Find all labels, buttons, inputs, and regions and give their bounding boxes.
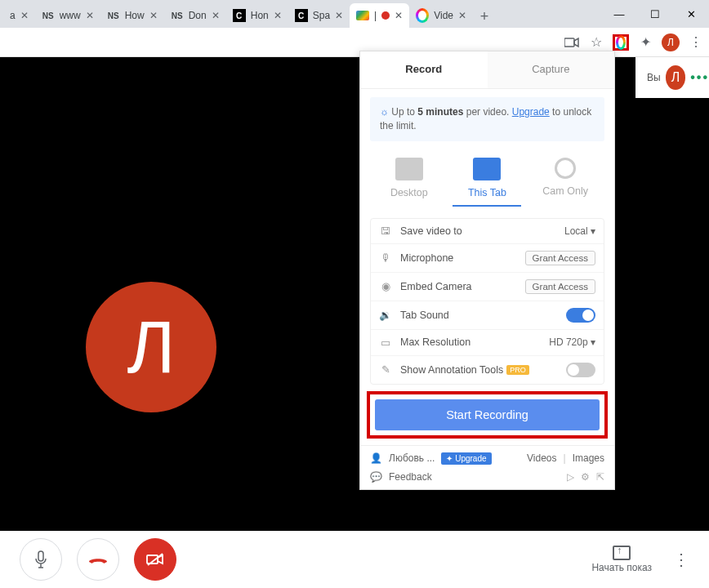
panel-footer: 👤 Любовь ... ✦ Upgrade Videos | Images 💬… bbox=[360, 445, 614, 489]
favicon: NS bbox=[107, 9, 120, 22]
tab-title: Vide bbox=[434, 10, 453, 21]
close-icon[interactable]: ✕ bbox=[395, 10, 403, 21]
recorder-panel: Record Capture ☼ Up to 5 minutes per vid… bbox=[359, 51, 615, 490]
tab-record[interactable]: Record bbox=[360, 51, 488, 88]
user-icon: 👤 bbox=[370, 452, 382, 464]
grant-access-button[interactable]: Grant Access bbox=[525, 279, 595, 294]
mic-toggle-button[interactable] bbox=[20, 538, 62, 581]
present-icon bbox=[613, 546, 631, 560]
banner-text: per video. bbox=[463, 106, 511, 118]
favicon bbox=[416, 9, 429, 22]
favicon: C bbox=[233, 9, 246, 22]
pro-badge: PRO bbox=[506, 365, 529, 375]
setting-label: Embed Camera bbox=[400, 281, 517, 292]
present-button[interactable]: Начать показ bbox=[591, 546, 652, 573]
more-options-button[interactable]: ⋮ bbox=[673, 550, 689, 569]
menu-icon[interactable]: ⋮ bbox=[688, 34, 704, 51]
videos-link[interactable]: Videos bbox=[527, 452, 556, 464]
extension-highlighted-icon[interactable] bbox=[613, 34, 629, 51]
mode-label: Cam Only bbox=[542, 185, 588, 197]
webcam-icon bbox=[555, 158, 576, 179]
tab-sound-toggle[interactable] bbox=[566, 308, 595, 323]
close-icon[interactable]: ✕ bbox=[86, 10, 94, 21]
mode-cam-only[interactable]: Cam Only bbox=[531, 154, 600, 207]
tab-capture[interactable]: Capture bbox=[488, 51, 615, 88]
self-avatar[interactable]: Л bbox=[666, 65, 686, 90]
mode-this-tab[interactable]: This Tab bbox=[453, 154, 521, 207]
bulb-icon: ☼ bbox=[380, 106, 389, 118]
grant-access-button[interactable]: Grant Access bbox=[525, 251, 595, 265]
feedback-link[interactable]: Feedback bbox=[389, 471, 432, 483]
mic-icon: 🎙 bbox=[379, 252, 392, 264]
meet-bottom-bar: Начать показ ⋮ bbox=[0, 531, 709, 588]
images-link[interactable]: Images bbox=[573, 452, 604, 464]
favicon: NS bbox=[42, 9, 55, 22]
profile-avatar[interactable]: Л bbox=[662, 33, 680, 51]
close-window-button[interactable]: ✕ bbox=[673, 0, 709, 28]
annotation-toggle[interactable] bbox=[566, 363, 595, 377]
close-icon[interactable]: ✕ bbox=[335, 10, 343, 21]
more-icon[interactable]: ••• bbox=[690, 70, 709, 85]
tab-title: Hon bbox=[251, 10, 269, 21]
close-icon[interactable]: ✕ bbox=[458, 10, 466, 21]
banner-text: Up to bbox=[391, 106, 417, 118]
record-icon bbox=[381, 11, 390, 20]
limit-banner: ☼ Up to 5 minutes per video. Upgrade to … bbox=[370, 97, 604, 141]
setting-label: Max Resolution bbox=[400, 336, 541, 348]
svg-rect-1 bbox=[38, 551, 43, 561]
browser-tab[interactable]: C Spa ✕ bbox=[288, 3, 350, 28]
video-library-icon[interactable]: ▷ bbox=[567, 471, 574, 483]
mode-label: Desktop bbox=[390, 187, 428, 198]
sound-icon: 🔉 bbox=[379, 309, 392, 321]
tab-title: | bbox=[374, 10, 377, 21]
browser-tab[interactable]: NS www ✕ bbox=[35, 3, 100, 28]
hangup-button[interactable] bbox=[77, 538, 119, 581]
svg-rect-0 bbox=[564, 38, 574, 47]
maximize-button[interactable]: ☐ bbox=[637, 0, 673, 28]
upgrade-badge[interactable]: ✦ Upgrade bbox=[441, 452, 491, 465]
setting-label: Show Annotation ToolsPRO bbox=[400, 364, 558, 376]
save-icon: 🖫 bbox=[379, 225, 392, 237]
close-icon[interactable]: ✕ bbox=[274, 10, 282, 21]
popout-icon[interactable]: ⇱ bbox=[596, 471, 604, 483]
browser-tab[interactable]: C Hon ✕ bbox=[226, 3, 288, 28]
close-icon[interactable]: ✕ bbox=[20, 10, 29, 21]
setting-save-to[interactable]: 🖫 Save video to Local ▾ bbox=[371, 219, 604, 243]
pencil-icon: ✎ bbox=[379, 363, 392, 376]
browser-tab[interactable]: Vide ✕ bbox=[409, 3, 473, 28]
camera-icon: ◉ bbox=[379, 280, 392, 292]
browser-tab[interactable]: NS Don ✕ bbox=[164, 3, 226, 28]
tab-title: www bbox=[60, 10, 81, 21]
browser-tab[interactable]: NS How ✕ bbox=[100, 3, 164, 28]
setting-resolution[interactable]: ▭ Max Resolution HD 720p ▾ bbox=[371, 329, 604, 355]
favicon: NS bbox=[171, 9, 184, 22]
setting-label: Microphone bbox=[400, 252, 517, 264]
self-label: Вы bbox=[647, 72, 661, 83]
browser-tab-active[interactable]: | ✕ bbox=[350, 3, 409, 28]
new-tab-button[interactable]: + bbox=[473, 5, 496, 28]
present-label: Начать показ bbox=[591, 562, 652, 573]
setting-value: HD 720p ▾ bbox=[549, 336, 595, 348]
extensions-icon[interactable]: ✦ bbox=[637, 34, 653, 51]
favicon: C bbox=[295, 9, 308, 22]
start-highlight: Start Recording bbox=[367, 391, 608, 439]
setting-tab-sound: 🔉 Tab Sound bbox=[371, 301, 604, 329]
minimize-button[interactable]: — bbox=[601, 0, 637, 28]
upgrade-link[interactable]: Upgrade bbox=[512, 106, 550, 118]
setting-label: Tab Sound bbox=[400, 310, 558, 321]
browser-tab[interactable]: a ✕ bbox=[3, 3, 35, 28]
setting-embed-camera: ◉ Embed Camera Grant Access bbox=[371, 272, 604, 301]
close-icon[interactable]: ✕ bbox=[149, 10, 158, 21]
mode-label: This Tab bbox=[468, 187, 506, 198]
mode-desktop[interactable]: Desktop bbox=[375, 154, 444, 207]
tab-title: How bbox=[125, 10, 145, 21]
close-icon[interactable]: ✕ bbox=[212, 10, 220, 21]
star-icon[interactable]: ☆ bbox=[588, 34, 604, 51]
panel-tabs: Record Capture bbox=[360, 51, 614, 89]
camera-icon[interactable] bbox=[564, 34, 580, 51]
record-settings: 🖫 Save video to Local ▾ 🎙 Microphone Gra… bbox=[370, 218, 604, 385]
start-recording-button[interactable]: Start Recording bbox=[375, 399, 600, 430]
settings-icon[interactable]: ⚙ bbox=[581, 471, 590, 483]
camera-toggle-button[interactable] bbox=[134, 538, 176, 581]
window-icon bbox=[473, 158, 501, 180]
